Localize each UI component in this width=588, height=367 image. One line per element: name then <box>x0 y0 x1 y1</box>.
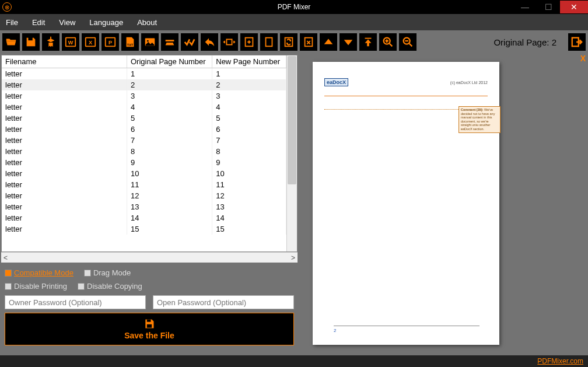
table-row[interactable]: letter1414 <box>2 212 286 223</box>
disable-copying-checkbox[interactable]: Disable Copying <box>78 282 142 291</box>
copyright-text: (c) eaDocX Ltd 2012 <box>450 81 488 85</box>
table-cell: 12 <box>212 190 286 201</box>
table-row[interactable]: letter1515 <box>2 223 286 235</box>
checkbox-icon <box>5 283 12 290</box>
exit-button[interactable] <box>568 33 586 51</box>
table-row[interactable]: letter88 <box>2 146 286 157</box>
hscroll-left-arrow[interactable]: < <box>4 254 8 262</box>
blank-page-button[interactable] <box>260 33 278 51</box>
table-cell: 5 <box>212 113 286 124</box>
window-controls: — ☐ ✕ <box>513 1 588 13</box>
table-cell: letter <box>2 179 127 190</box>
brand-logo: eaDocX <box>324 78 348 86</box>
menu-file[interactable]: File <box>6 18 18 27</box>
undo-button[interactable] <box>201 33 218 51</box>
checkbox-icon <box>5 270 12 277</box>
checkbox-icon <box>84 270 91 277</box>
page-table: Filename Original Page Number New Page N… <box>1 55 298 252</box>
table-horizontal-scrollbar[interactable]: < > <box>1 252 298 263</box>
table-vertical-scrollbar[interactable] <box>286 55 297 251</box>
toolbar: W X P TXT Original Page: 2 <box>0 30 588 54</box>
owner-password-input[interactable] <box>5 295 146 309</box>
close-button[interactable]: ✕ <box>560 1 588 13</box>
scrollbar-thumb[interactable] <box>288 56 296 184</box>
save-file-button[interactable]: Save the File <box>5 313 294 345</box>
move-down-button[interactable] <box>340 33 357 51</box>
table-cell: letter <box>2 90 127 102</box>
svg-text:W: W <box>68 40 74 46</box>
zoom-out-button[interactable] <box>399 33 416 51</box>
open-password-input[interactable] <box>153 295 294 309</box>
zoom-in-button[interactable] <box>379 33 397 51</box>
svg-text:X: X <box>89 40 93 46</box>
table-cell: 7 <box>127 135 212 146</box>
table-row[interactable]: letter44 <box>2 102 286 113</box>
table-row[interactable]: letter77 <box>2 135 286 146</box>
drag-mode-checkbox[interactable]: Drag Mode <box>84 268 131 277</box>
table-row[interactable]: letter11 <box>2 68 286 80</box>
disable-printing-checkbox[interactable]: Disable Printing <box>5 282 67 291</box>
table-cell: 6 <box>127 124 212 135</box>
table-cell: 13 <box>127 201 212 212</box>
table-row[interactable]: letter1111 <box>2 179 286 190</box>
options-panel: Compatible Mode Drag Mode Disable Printi… <box>1 263 298 349</box>
table-cell: 1 <box>127 68 212 80</box>
table-row[interactable]: letter66 <box>2 124 286 135</box>
svg-point-8 <box>147 40 149 42</box>
table-cell: 15 <box>212 223 286 235</box>
table-row[interactable]: letter1212 <box>2 190 286 201</box>
minimize-button[interactable]: — <box>513 1 537 13</box>
preview-close-button[interactable]: X <box>580 54 586 63</box>
replace-page-button[interactable] <box>280 33 298 51</box>
table-row[interactable]: letter22 <box>2 79 286 90</box>
add-blank-page-button[interactable] <box>240 33 258 51</box>
open-file-button[interactable] <box>2 33 20 51</box>
menu-edit[interactable]: Edit <box>32 18 45 27</box>
hscroll-right-arrow[interactable]: > <box>291 254 295 262</box>
import-text-button[interactable]: TXT <box>121 33 139 51</box>
table-cell: 4 <box>212 102 286 113</box>
rotate-button[interactable] <box>220 33 238 51</box>
import-word-button[interactable]: W <box>62 33 79 51</box>
menu-language[interactable]: Language <box>89 18 123 27</box>
import-powerpoint-button[interactable]: P <box>102 33 119 51</box>
menu-view[interactable]: View <box>59 18 75 27</box>
footer-link[interactable]: PDFMixer.com <box>537 357 583 365</box>
col-new-page[interactable]: New Page Number <box>212 55 286 68</box>
table-row[interactable]: letter55 <box>2 113 286 124</box>
move-top-button[interactable] <box>359 33 377 51</box>
table-cell: letter <box>2 135 127 146</box>
menu-about[interactable]: About <box>137 18 157 27</box>
disable-copying-label: Disable Copying <box>87 282 142 291</box>
import-image-button[interactable] <box>141 33 159 51</box>
col-filename[interactable]: Filename <box>2 55 127 68</box>
import-excel-button[interactable]: X <box>82 33 99 51</box>
table-cell: letter <box>2 79 127 90</box>
table-row[interactable]: letter99 <box>2 157 286 168</box>
table-cell: letter <box>2 201 127 212</box>
pdf-page-preview: eaDocX (c) eaDocX Ltd 2012 Comment [35]:… <box>313 62 499 345</box>
table-row[interactable]: letter33 <box>2 90 286 102</box>
svg-text:P: P <box>108 40 112 46</box>
comment-box: Comment [35]: We've decided not to have … <box>459 106 501 133</box>
table-cell: 7 <box>212 135 286 146</box>
delete-page-button[interactable] <box>300 33 317 51</box>
save-button[interactable] <box>22 33 40 51</box>
compatible-mode-checkbox[interactable]: Compatible Mode <box>5 268 74 277</box>
import-scanner-button[interactable] <box>161 33 178 51</box>
svg-rect-18 <box>147 324 152 328</box>
col-original-page[interactable]: Original Page Number <box>127 55 212 68</box>
move-up-button[interactable] <box>320 33 337 51</box>
disable-printing-label: Disable Printing <box>14 282 67 291</box>
table-cell: 10 <box>127 168 212 179</box>
clear-button[interactable] <box>42 33 60 51</box>
table-cell: 3 <box>212 90 286 102</box>
compatible-mode-label: Compatible Mode <box>14 268 74 277</box>
svg-rect-17 <box>147 320 151 322</box>
preview-area[interactable]: eaDocX (c) eaDocX Ltd 2012 Comment [35]:… <box>301 56 586 353</box>
table-row[interactable]: letter1010 <box>2 168 286 179</box>
maximize-button[interactable]: ☐ <box>537 1 560 13</box>
table-row[interactable]: letter1313 <box>2 201 286 212</box>
select-all-button[interactable] <box>181 33 198 51</box>
left-pane: Filename Original Page Number New Page N… <box>0 54 298 355</box>
